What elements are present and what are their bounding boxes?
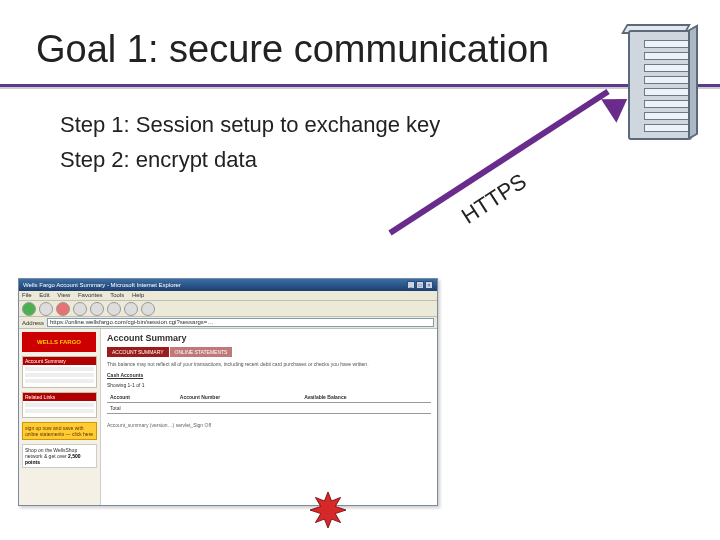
svg-marker-0 <box>310 492 346 528</box>
stop-icon[interactable] <box>56 302 70 316</box>
server-icon <box>620 26 700 144</box>
menu-tools[interactable]: Tools <box>110 292 124 298</box>
close-icon[interactable]: × <box>425 281 433 289</box>
starburst-icon <box>310 492 346 528</box>
browser-addressbar[interactable]: Address https://online.wellsfargo.com/cg… <box>19 317 437 329</box>
footer-note: Account_summary (version…) servlet_Sign … <box>107 422 431 428</box>
browser-toolbar[interactable] <box>19 301 437 317</box>
browser-menubar[interactable]: File Edit View Favorites Tools Help <box>19 291 437 301</box>
sidebar-panel-1-title: Account Summary <box>23 357 96 365</box>
menu-help[interactable]: Help <box>132 292 144 298</box>
search-icon[interactable] <box>107 302 121 316</box>
account-section: Cash Accounts <box>107 372 431 378</box>
showing-row: Showing 1-1 of 1 <box>107 382 431 388</box>
tab-online-statements[interactable]: ONLINE STATEMENTS <box>170 347 233 357</box>
sidebar-promo-2[interactable]: Shop on the WellsShop network & get over… <box>22 444 97 468</box>
col-account: Account <box>107 392 177 403</box>
maximize-icon[interactable]: □ <box>416 281 424 289</box>
balance-note: This balance may not reflect all of your… <box>107 361 431 368</box>
title-underline <box>0 84 720 88</box>
history-icon[interactable] <box>141 302 155 316</box>
sidebar-panel-1: Account Summary <box>22 356 97 388</box>
showing-label: Showing <box>107 382 126 388</box>
home-icon[interactable] <box>90 302 104 316</box>
sidebar-promo-1[interactable]: sign up now and save with online stateme… <box>22 422 97 440</box>
showing-value: 1-1 of 1 <box>128 382 145 388</box>
back-icon[interactable] <box>22 302 36 316</box>
bank-logo: WELLS FARGO <box>22 332 96 352</box>
step-1: Step 1: Session setup to exchange key <box>60 108 440 141</box>
favorites-icon[interactable] <box>124 302 138 316</box>
sidebar-panel-2: Related Links <box>22 392 97 418</box>
slide-title: Goal 1: secure communication <box>36 28 549 71</box>
content-tabs[interactable]: ACCOUNT SUMMARY ONLINE STATEMENTS <box>107 347 431 357</box>
col-number: Account Number <box>177 392 301 403</box>
col-balance: Available Balance <box>301 392 431 403</box>
sidebar-panel-2-title: Related Links <box>23 393 96 401</box>
table-row[interactable]: Total <box>107 402 431 413</box>
window-controls[interactable]: _□× <box>406 281 433 289</box>
page-title: Account Summary <box>107 333 431 343</box>
browser-window: Wells Fargo Account Summary - Microsoft … <box>18 278 438 506</box>
menu-edit[interactable]: Edit <box>39 292 49 298</box>
window-title: Wells Fargo Account Summary - Microsoft … <box>23 282 181 288</box>
browser-sidebar: WELLS FARGO Account Summary Related Link… <box>19 329 101 505</box>
address-label: Address <box>22 320 44 326</box>
menu-favorites[interactable]: Favorites <box>78 292 103 298</box>
minimize-icon[interactable]: _ <box>407 281 415 289</box>
account-label[interactable]: Cash Accounts <box>107 372 143 378</box>
menu-file[interactable]: File <box>22 292 32 298</box>
accounts-table: Account Account Number Available Balance… <box>107 392 431 414</box>
forward-icon[interactable] <box>39 302 53 316</box>
tab-account-summary[interactable]: ACCOUNT SUMMARY <box>107 347 169 357</box>
browser-main: Account Summary ACCOUNT SUMMARY ONLINE S… <box>101 329 437 505</box>
url-field[interactable]: https://online.wellsfargo.com/cgi-bin/se… <box>47 318 434 327</box>
refresh-icon[interactable] <box>73 302 87 316</box>
menu-view[interactable]: View <box>57 292 70 298</box>
browser-titlebar: Wells Fargo Account Summary - Microsoft … <box>19 279 437 291</box>
browser-content: WELLS FARGO Account Summary Related Link… <box>19 329 437 505</box>
